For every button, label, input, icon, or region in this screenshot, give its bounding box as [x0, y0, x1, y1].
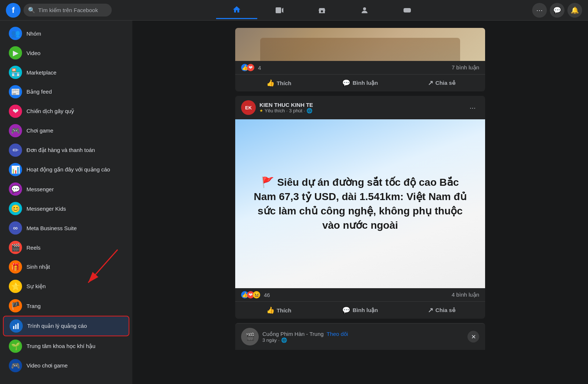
svg-point-4 — [408, 10, 409, 10]
bang-feed-icon: 📰 — [9, 85, 22, 98]
post2-meta: ★ Yêu thích · 3 phút · 🌐 — [259, 108, 313, 113]
nav-profile[interactable] — [344, 1, 385, 19]
post2-like-btn[interactable]: 👍 Thích — [238, 303, 319, 317]
notif-time: 3 ngày · 🌐 — [262, 337, 464, 343]
post2-image-text: 🚩 Siêu dự án đường sắt tốc độ cao Bắc Na… — [250, 175, 470, 233]
sidebar-item-sinh-nhat[interactable]: 🎁 Sinh nhật — [3, 257, 129, 276]
post2-more-btn[interactable]: ··· — [466, 101, 479, 114]
post2-share-btn[interactable]: ↗ Chia sẻ — [401, 303, 482, 317]
svg-rect-0 — [276, 7, 281, 13]
sidebar-item-chien-dich[interactable]: ❤ Chiến dịch gây quỹ — [3, 102, 129, 121]
sidebar-item-marketplace[interactable]: 🏪 Marketplace — [3, 63, 129, 82]
svg-rect-6 — [13, 326, 14, 329]
menu-btn[interactable]: ⋯ — [532, 3, 547, 18]
sidebar-label-trinh-quan-ly: Trình quản lý quảng cáo — [27, 323, 87, 329]
globe-icon: 🌐 — [306, 108, 312, 113]
post1-comment-count[interactable]: 7 bình luận — [452, 64, 479, 71]
sidebar-item-reels[interactable]: 🎬 Reels — [3, 238, 129, 257]
video-icon: ▶ — [9, 46, 22, 59]
messenger-btn[interactable]: 💬 — [550, 3, 564, 18]
sidebar-item-trang[interactable]: 🏴 Trang — [3, 296, 129, 315]
share-icon: ↗ — [428, 79, 433, 87]
post1-share-btn[interactable]: ↗ Chia sẻ — [401, 76, 482, 90]
svg-rect-7 — [15, 325, 17, 329]
post2-author-name[interactable]: KIEN THUC KINH TE — [259, 102, 313, 108]
trinh-quan-ly-icon — [10, 319, 23, 333]
svg-marker-1 — [282, 8, 283, 13]
notif-close-btn[interactable]: ✕ — [467, 331, 479, 343]
sidebar-item-meta-business[interactable]: ∞ Meta Business Suite — [3, 218, 129, 238]
sidebar-label-reels: Reels — [26, 244, 40, 251]
sidebar-item-nhom[interactable]: 👥 Nhóm — [3, 24, 129, 43]
search-input[interactable] — [38, 7, 107, 13]
post1-reactions-bar: 👍 ❤ 4 7 bình luận — [235, 61, 485, 75]
sidebar-item-su-kien[interactable]: ⭐ Sự kiện — [3, 277, 129, 296]
post-card-1: 👍 ❤ 4 7 bình luận 👍 Thích 💬 Bình luận — [235, 28, 485, 91]
post2-time: 3 phút — [289, 108, 302, 113]
nhom-icon: 👥 — [9, 27, 22, 40]
post2-comment-count[interactable]: 4 bình luận — [452, 291, 479, 298]
post2-author-info: KIEN THUC KINH TE ★ Yêu thích · 3 phút ·… — [259, 102, 313, 113]
post2-actions: 👍 Thích 💬 Bình luận ↗ Chia sẻ — [235, 302, 485, 319]
sidebar-label-messenger-kids: Messenger Kids — [26, 206, 66, 212]
notifications-btn[interactable]: 🔔 — [567, 3, 582, 18]
post2-comment-btn[interactable]: 💬 Bình luận — [319, 303, 401, 317]
post2-share-label: Chia sẻ — [435, 307, 455, 314]
hoat-dong-icon: 📊 — [9, 163, 22, 176]
sidebar-item-messenger-kids[interactable]: 😊 Messenger Kids — [3, 199, 129, 218]
nav-gaming[interactable] — [387, 1, 428, 19]
sidebar-item-don-dat-hang[interactable]: ✏ Đơn đặt hàng và thanh toán — [3, 141, 129, 160]
sidebar-item-hoat-dong[interactable]: 📊 Hoạt động gần đây với quảng cáo — [3, 160, 129, 179]
separator2: · — [304, 108, 305, 113]
svg-rect-8 — [17, 323, 18, 329]
bottom-notification: 🎬 Cuồng Phim Hàn - Trung Theo dõi 3 ngày… — [235, 323, 485, 350]
sidebar-label-nhom: Nhóm — [26, 30, 41, 37]
sidebar-label-su-kien: Sự kiện — [26, 283, 46, 290]
post1-like-btn[interactable]: 👍 Thích — [238, 76, 319, 90]
post2-like-label: Thích — [277, 307, 291, 314]
sidebar-item-video[interactable]: ▶ Video — [3, 43, 129, 62]
search-bar[interactable]: 🔍 — [24, 4, 112, 17]
don-dat-hang-icon: ✏ — [9, 144, 22, 157]
feed-content: 👍 ❤ 4 7 bình luận 👍 Thích 💬 Bình luận — [235, 28, 485, 377]
sidebar-label-bang-feed: Bảng feed — [26, 88, 52, 95]
su-kien-icon: ⭐ — [9, 280, 22, 293]
sidebar-label-meta-business: Meta Business Suite — [26, 225, 77, 231]
sidebar-item-trinh-quan-ly[interactable]: Trình quản lý quảng cáo — [3, 316, 129, 336]
sidebar-label-marketplace: Marketplace — [26, 69, 57, 76]
notif-info: Cuồng Phim Hàn - Trung Theo dõi 3 ngày ·… — [262, 331, 464, 343]
post2-avatar: EK — [241, 100, 256, 115]
nav-home[interactable] — [216, 1, 257, 19]
sidebar-item-choi-game[interactable]: 🎮 Chơi game — [3, 121, 129, 140]
post1-comment-label: Bình luận — [352, 80, 378, 86]
sidebar-item-video-choi-game[interactable]: 🎮 Video chơi game — [3, 356, 129, 375]
sidebar-label-choi-game: Chơi game — [26, 127, 53, 134]
sidebar-label-don-dat-hang: Đơn đặt hàng và thanh toán — [26, 147, 95, 153]
feed-area: 👍 ❤ 4 7 bình luận 👍 Thích 💬 Bình luận — [132, 21, 588, 384]
messenger-kids-icon: 😊 — [9, 202, 22, 215]
post2-follow-status: Yêu thích — [265, 108, 285, 113]
post2-header: EK KIEN THUC KINH TE ★ Yêu thích · 3 phú… — [235, 96, 485, 119]
marketplace-icon: 🏪 — [9, 66, 22, 79]
post2-reactions-left: 👍 ❤ 😆 46 — [241, 291, 270, 298]
trang-icon: 🏴 — [9, 299, 22, 312]
sidebar-label-trang: Trang — [26, 303, 41, 309]
post-card-2: EK KIEN THUC KINH TE ★ Yêu thích · 3 phú… — [235, 96, 485, 319]
post1-share-label: Chia sẻ — [435, 80, 455, 86]
sidebar-label-hoat-dong: Hoạt động gần đây với quảng cáo — [26, 166, 110, 173]
sidebar-item-trung-tam[interactable]: 🌱 Trung tâm khoa học khí hậu — [3, 337, 129, 356]
post1-comment-btn[interactable]: 💬 Bình luận — [319, 76, 401, 90]
sidebar-item-bang-feed[interactable]: 📰 Bảng feed — [3, 82, 129, 101]
nav-marketplace[interactable] — [301, 1, 343, 19]
nav-video[interactable] — [259, 1, 300, 19]
sidebar-item-messenger[interactable]: 💬 Messenger — [3, 180, 129, 199]
post-image-partial — [235, 28, 485, 61]
sinh-nhat-icon: 🎁 — [9, 260, 22, 273]
topnav: f 🔍 ⋯ 💬 🔔 — [0, 0, 588, 21]
right-icons: ⋯ 💬 🔔 — [532, 3, 582, 18]
sidebar: 👥 Nhóm ▶ Video 🏪 Marketplace 📰 Bảng feed… — [0, 21, 132, 384]
notif-follow[interactable]: Theo dõi — [327, 331, 348, 337]
post2-reaction-count: 46 — [264, 292, 270, 298]
search-icon: 🔍 — [28, 7, 35, 14]
svg-point-2 — [363, 7, 366, 10]
